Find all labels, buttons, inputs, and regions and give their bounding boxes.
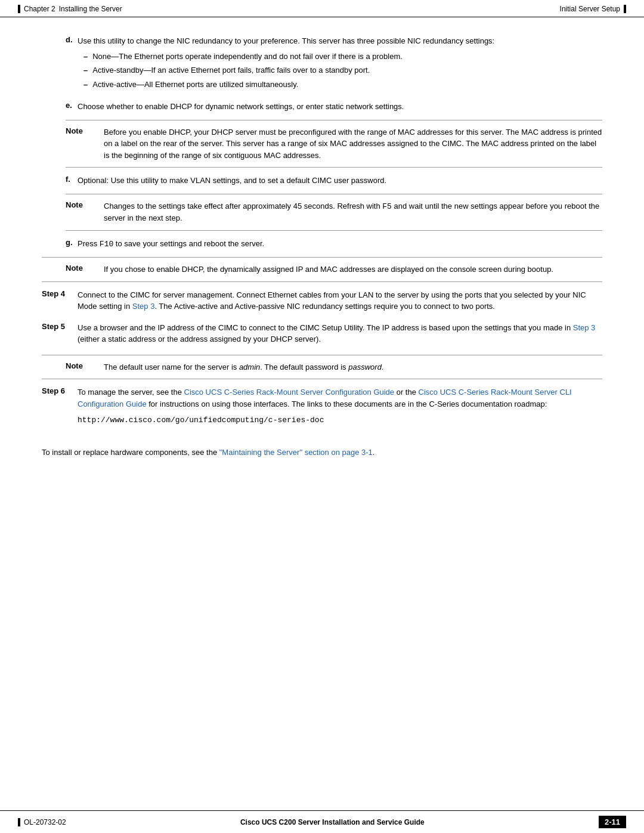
step5-label: Step 5 xyxy=(42,322,78,345)
step6-block: Step 6 To manage the server, see the Cis… xyxy=(42,386,602,432)
header-left: Chapter 2 Installing the Server xyxy=(18,5,122,13)
item-g-text-before: Press xyxy=(78,239,100,248)
bullet-dash-3: – xyxy=(83,79,88,91)
step5-block: Step 5 Use a browser and the IP address … xyxy=(42,322,602,345)
item-f-content: Optional: Use this utility to make VLAN … xyxy=(78,175,602,187)
step6-text-after: for instructions on using those interfac… xyxy=(147,400,547,408)
bullet-item-1: – None—The Ethernet ports operate indepe… xyxy=(83,51,602,63)
bottom-text-before: To install or replace hardware component… xyxy=(42,448,219,457)
step6-label: Step 6 xyxy=(42,386,78,432)
item-g-content: Press F10 to save your settings and rebo… xyxy=(78,238,602,250)
header-bar-left xyxy=(18,5,20,13)
item-e-content: Choose whether to enable DHCP for dynami… xyxy=(78,101,602,113)
step6-content: To manage the server, see the Cisco UCS … xyxy=(78,386,602,432)
url-text: http://www.cisco.com/go/unifiedcomputing… xyxy=(78,416,324,425)
step5-content: Use a browser and the IP address of the … xyxy=(78,322,602,345)
header-right: Initial Server Setup xyxy=(560,5,626,13)
step4-text-after: . The Active-active and Active-passive N… xyxy=(154,302,495,311)
note2-block: Note Changes to the settings take effect… xyxy=(66,194,602,231)
footer-left: OL-20732-02 xyxy=(18,818,66,826)
bottom-para: To install or replace hardware component… xyxy=(42,447,602,459)
item-e-label: e. xyxy=(66,101,78,113)
note3-text: If you chose to enable DHCP, the dynamic… xyxy=(104,265,553,274)
note1-block: Note Before you enable DHCP, your DHCP s… xyxy=(66,120,602,168)
step4-label: Step 4 xyxy=(42,289,78,312)
item-g-f10: F10 xyxy=(100,240,113,249)
item-g-block: g. Press F10 to save your settings and r… xyxy=(42,238,602,250)
note3-label: Note xyxy=(66,264,94,275)
footer-center-text: Cisco UCS C200 Server Installation and S… xyxy=(240,818,425,826)
bullet-text-1: None—The Ethernet ports operate independ… xyxy=(92,51,402,63)
item-f-block: f. Optional: Use this utility to make VL… xyxy=(42,175,602,187)
header-right-section: Initial Server Setup xyxy=(560,5,620,13)
main-content: d. Use this utility to change the NIC re… xyxy=(0,17,644,506)
bullet-dash-1: – xyxy=(83,51,88,63)
note4-text-after: . xyxy=(382,363,384,371)
note4-password: password xyxy=(348,363,382,371)
note3-content: If you chose to enable DHCP, the dynamic… xyxy=(104,264,602,275)
header-chapter: Chapter 2 xyxy=(24,5,55,13)
note4-label: Note xyxy=(66,361,94,373)
note2-f5: F5 xyxy=(382,202,392,211)
item-f-text: Optional: Use this utility to make VLAN … xyxy=(78,176,386,185)
item-g-text-after: to save your settings and reboot the ser… xyxy=(113,239,264,248)
note1-text: Before you enable DHCP, your DHCP server… xyxy=(104,128,602,160)
url-line: http://www.cisco.com/go/unifiedcomputing… xyxy=(78,414,602,426)
bottom-text-after: . xyxy=(373,448,375,457)
page: Chapter 2 Installing the Server Initial … xyxy=(0,0,644,833)
bottom-link[interactable]: "Maintaining the Server" section on page… xyxy=(219,448,373,457)
step5-text-after: (either a static address or the address … xyxy=(78,335,321,343)
item-d-content: Use this utility to change the NIC redun… xyxy=(78,35,602,94)
bullet-text-2: Active-standby—If an active Ethernet por… xyxy=(92,64,370,76)
note4-content: The default user name for the server is … xyxy=(104,361,602,373)
item-d-block: d. Use this utility to change the NIC re… xyxy=(42,35,602,94)
item-e-text: Choose whether to enable DHCP for dynami… xyxy=(78,102,404,111)
bullet-item-3: – Active-active—All Ethernet ports are u… xyxy=(83,79,602,91)
item-e-block: e. Choose whether to enable DHCP for dyn… xyxy=(42,101,602,113)
page-footer: OL-20732-02 Cisco UCS C200 Server Instal… xyxy=(0,810,644,833)
note1-content: Before you enable DHCP, your DHCP server… xyxy=(104,126,602,162)
item-g-label: g. xyxy=(66,238,78,250)
footer-center: Cisco UCS C200 Server Installation and S… xyxy=(240,818,425,826)
step4-block: Step 4 Connect to the CIMC for server ma… xyxy=(42,289,602,312)
item-f-label: f. xyxy=(66,175,78,187)
step6-link1[interactable]: Cisco UCS C-Series Rack-Mount Server Con… xyxy=(184,388,395,397)
step6-text-middle: or the xyxy=(394,388,418,397)
step4-content: Connect to the CIMC for server managemen… xyxy=(78,289,602,312)
page-header: Chapter 2 Installing the Server Initial … xyxy=(0,0,644,17)
item-d-label: d. xyxy=(66,35,78,94)
step6-text-before: To manage the server, see the xyxy=(78,388,184,397)
note4-admin: admin xyxy=(239,363,260,371)
step5-text-before: Use a browser and the IP address of the … xyxy=(78,323,573,332)
item-d-text: Use this utility to change the NIC redun… xyxy=(78,36,494,45)
note2-label: Note xyxy=(66,200,94,224)
bullet-text-3: Active-active—All Ethernet ports are uti… xyxy=(92,79,298,91)
footer-doc-id: OL-20732-02 xyxy=(24,818,66,826)
note1-label: Note xyxy=(66,126,94,162)
footer-bar-left xyxy=(18,818,20,826)
header-section: Installing the Server xyxy=(59,5,122,13)
note2-text-before: Changes to the settings take effect afte… xyxy=(104,202,382,210)
footer-page: 2-11 xyxy=(599,816,626,828)
note4-block: Note The default user name for the serve… xyxy=(42,355,602,380)
bullet-item-2: – Active-standby—If an active Ethernet p… xyxy=(83,64,602,76)
note2-content: Changes to the settings take effect afte… xyxy=(104,200,602,224)
header-bar-right xyxy=(624,5,626,13)
step4-link-step3[interactable]: Step 3 xyxy=(132,302,155,311)
step5-link-step3[interactable]: Step 3 xyxy=(573,323,596,332)
note4-text-before: The default user name for the server is xyxy=(104,363,239,371)
note3-block: Note If you chose to enable DHCP, the dy… xyxy=(42,257,602,282)
bullet-list: – None—The Ethernet ports operate indepe… xyxy=(83,51,602,91)
note4-text-middle: . The default password is xyxy=(260,363,348,371)
bullet-dash-2: – xyxy=(83,64,88,76)
